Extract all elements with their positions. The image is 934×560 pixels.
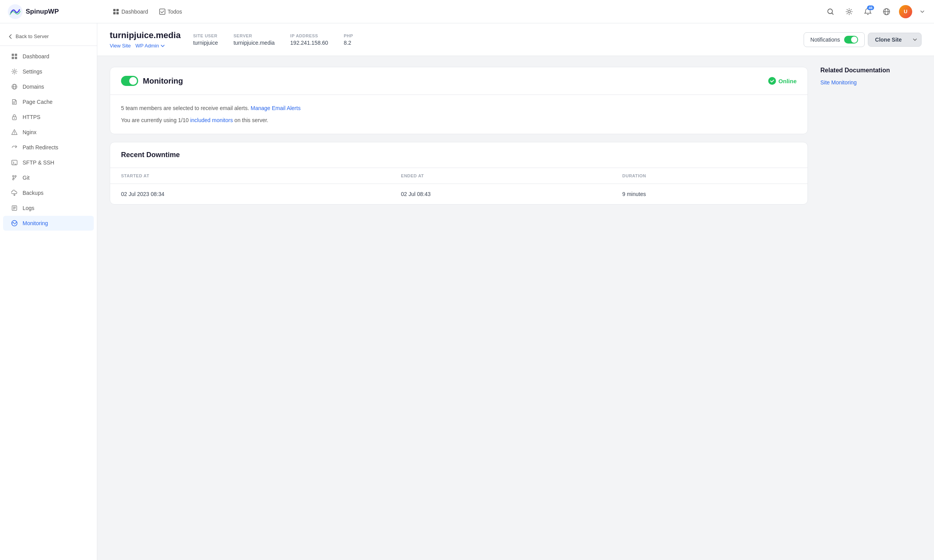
sidebar-item-page-cache[interactable]: Page Cache [3,94,94,109]
monitoring-icon [11,220,18,227]
grid-icon [113,9,119,15]
lock-icon [11,114,18,121]
clone-site-dropdown-button[interactable] [909,34,921,46]
svg-rect-14 [15,57,17,59]
sidebar: Back to Server Dashboard S [0,23,97,560]
col-duration: DURATION [611,168,808,184]
downtime-table-head: STARTED AT ENDED AT DURATION [110,168,808,184]
recent-downtime-title: Recent Downtime [121,151,797,159]
nav-links: Dashboard Todos [105,9,824,15]
included-monitors-link[interactable]: included monitors [190,117,233,123]
svg-point-25 [14,133,15,134]
notifications-button[interactable]: 46 [862,5,874,18]
sidebar-item-monitoring[interactable]: Monitoring [3,216,94,231]
nav-dashboard[interactable]: Dashboard [113,9,148,15]
site-title-area: turnipjuice.media View Site WP Admin [110,30,181,49]
svg-rect-11 [12,54,14,56]
nav-todos[interactable]: Todos [159,9,182,15]
logo-text: SpinupWP [26,8,59,16]
content-main: Monitoring Online [110,67,808,205]
meta-site-user: SITE USER turnipjuice [193,33,218,46]
col-ended-at: ENDED AT [390,168,611,184]
domains-icon [11,83,18,90]
manage-email-alerts-link[interactable]: Manage Email Alerts [251,105,300,111]
status-online: Online [768,77,797,85]
site-links: View Site WP Admin [110,43,181,49]
monitoring-card-header: Monitoring Online [110,67,808,95]
site-title: turnipjuice.media [110,30,181,40]
wp-admin-chevron-icon [160,44,165,48]
monitoring-info-1: 5 team members are selected to receive e… [121,104,797,112]
monitoring-toggle-knob [129,77,137,85]
cloud-icon [11,189,18,196]
svg-point-15 [14,71,16,73]
redirect-icon [11,144,18,151]
sidebar-item-nginx[interactable]: Nginx [3,125,94,140]
settings-icon [11,68,18,75]
recent-downtime-card: Recent Downtime STARTED AT ENDED AT DURA… [110,142,808,205]
page-cache-icon [11,98,18,105]
site-header: turnipjuice.media View Site WP Admin SIT… [97,23,934,56]
sidebar-item-sftp-ssh[interactable]: SFTP & SSH [3,155,94,170]
svg-rect-26 [12,160,17,165]
meta-php: PHP 8.2 [344,33,353,46]
monitoring-title: Monitoring [121,76,183,86]
check-square-icon [159,9,165,15]
globe-button[interactable] [880,5,893,18]
site-actions: Notifications Clone Site [804,32,922,47]
meta-ip-address: IP ADDRESS 192.241.158.60 [290,33,328,46]
settings-button[interactable] [843,5,855,18]
site-monitoring-link[interactable]: Site Monitoring [820,79,857,86]
col-started-at: STARTED AT [110,168,390,184]
monitoring-toggle[interactable] [121,76,138,86]
page-content: Monitoring Online [97,56,934,215]
svg-rect-13 [12,57,14,59]
avatar[interactable]: U [899,5,912,18]
monitoring-card: Monitoring Online [110,67,808,134]
top-nav: SpinupWP Dashboard Todos [0,0,934,23]
view-site-link[interactable]: View Site [110,43,131,49]
nginx-icon [11,129,18,136]
chevron-down-icon [920,9,925,14]
notifications-toggle-button[interactable]: Notifications [804,32,864,47]
dashboard-icon [11,53,18,60]
avatar-dropdown[interactable] [918,9,926,14]
sidebar-item-https[interactable]: HTTPS [3,110,94,124]
downtime-table-header-row: STARTED AT ENDED AT DURATION [110,168,808,184]
content-side: Related Documentation Site Monitoring [820,67,922,205]
sidebar-item-git[interactable]: Git [3,170,94,185]
notifications-toggle[interactable] [844,36,858,44]
table-row: 02 Jul 2023 08:34 02 Jul 08:43 9 minutes [110,184,808,205]
svg-rect-1 [113,9,116,11]
monitoring-info-2: You are currently using 1/10 included mo… [121,116,797,124]
notification-badge: 46 [867,5,874,10]
clone-site-button-group: Clone Site [868,33,922,47]
toggle-knob [851,37,857,43]
wp-admin-link[interactable]: WP Admin [135,43,165,49]
sidebar-item-domains[interactable]: Domains [3,79,94,94]
logo-icon [8,4,23,19]
sidebar-item-dashboard[interactable]: Dashboard [3,49,94,64]
globe-icon [883,8,890,16]
sidebar-item-path-redirects[interactable]: Path Redirects [3,140,94,155]
sidebar-item-settings[interactable]: Settings [3,64,94,79]
svg-rect-3 [113,12,116,14]
gear-icon [845,8,853,16]
back-to-server[interactable]: Back to Server [0,30,97,46]
downtime-ended: 02 Jul 08:43 [390,184,611,205]
svg-point-30 [12,178,14,180]
related-docs-title: Related Documentation [820,67,922,74]
svg-rect-12 [15,54,17,56]
svg-point-29 [15,175,16,177]
sidebar-item-backups[interactable]: Backups [3,186,94,200]
svg-rect-2 [116,9,119,11]
logo-area: SpinupWP [8,4,105,19]
status-dot [768,77,776,85]
clone-site-button[interactable]: Clone Site [868,33,909,46]
meta-server: SERVER turnipjuice.media [234,33,275,46]
downtime-table-body: 02 Jul 2023 08:34 02 Jul 08:43 9 minutes [110,184,808,205]
search-button[interactable] [824,5,837,18]
sidebar-item-logs[interactable]: Logs [3,201,94,215]
svg-point-28 [12,175,14,177]
svg-rect-5 [160,9,165,14]
